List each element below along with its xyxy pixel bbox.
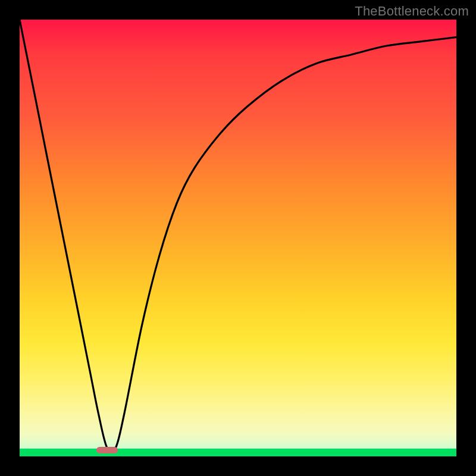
plot-area	[20, 20, 456, 456]
min-marker	[96, 447, 118, 453]
curve-svg	[20, 20, 456, 456]
chart-frame: TheBottleneck.com	[0, 0, 476, 476]
watermark-text: TheBottleneck.com	[355, 4, 469, 19]
bottleneck-curve-path	[20, 20, 456, 452]
